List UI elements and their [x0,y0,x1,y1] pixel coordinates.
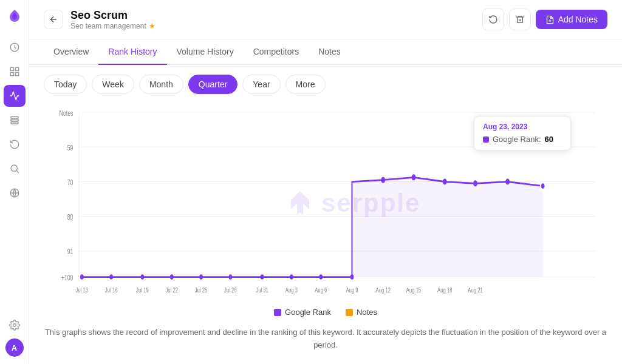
tooltip-dot [483,136,489,143]
back-button[interactable] [44,10,63,29]
sidebar-item-grid[interactable] [4,61,26,83]
legend-google-rank: Google Rank [274,308,331,317]
svg-point-52 [412,174,416,180]
chart-description: This graphs shows the record of improvem… [29,319,622,364]
filter-week[interactable]: Week [92,75,134,94]
svg-text:Aug 18: Aug 18 [437,286,453,294]
svg-point-53 [443,179,447,185]
svg-rect-6 [11,120,18,121]
svg-text:Jul 28: Jul 28 [224,286,237,294]
user-avatar[interactable]: A [5,339,24,357]
filter-more[interactable]: More [285,75,326,94]
svg-point-50 [350,274,354,280]
svg-text:Jul 19: Jul 19 [136,286,149,294]
svg-point-49 [319,274,323,280]
svg-point-42 [109,274,113,280]
svg-text:70: 70 [67,178,73,187]
svg-point-45 [199,274,203,280]
chart-area: serpple Notes 59 70 80 91 +100 [29,104,622,319]
svg-marker-40 [82,177,543,277]
tooltip-label: Google Rank: [493,135,541,144]
svg-text:Aug 6: Aug 6 [315,286,327,294]
tooltip-rank-row: Google Rank: 60 [483,135,562,144]
svg-point-56 [541,183,545,189]
svg-point-47 [261,274,264,280]
main-tabs: Overview Rank History Volume History Com… [29,39,622,65]
filter-month[interactable]: Month [139,75,183,94]
header-actions: Add Notes [482,8,607,30]
filter-today[interactable]: Today [44,75,87,94]
sidebar-item-globe[interactable] [4,182,26,204]
chart-container: serpple Notes 59 70 80 91 +100 [44,104,607,303]
svg-text:Aug 12: Aug 12 [375,286,391,294]
svg-point-10 [13,324,16,327]
header-title-block: Seo Scrum Seo team management ★ [70,9,156,30]
filter-year[interactable]: Year [242,75,280,94]
sidebar-item-dashboard[interactable] [4,36,26,58]
app-logo[interactable] [6,7,23,24]
tooltip-value: 60 [545,135,553,144]
svg-point-46 [229,274,233,280]
main-content: Seo Scrum Seo team management ★ Add Note… [29,0,622,364]
sidebar-item-refresh[interactable] [4,133,26,155]
svg-point-55 [505,179,510,185]
delete-button[interactable] [509,8,531,30]
tab-competitors[interactable]: Competitors [244,39,309,65]
svg-point-43 [141,274,145,280]
svg-point-54 [473,180,477,186]
page-title: Seo Scrum [70,9,156,22]
svg-text:Jul 13: Jul 13 [76,286,89,294]
svg-rect-1 [10,67,13,70]
notes-icon [545,15,555,24]
svg-point-8 [11,165,18,172]
sidebar-item-settings[interactable] [4,314,26,336]
chart-tooltip: Aug 23, 2023 Google Rank: 60 [474,116,571,150]
time-filters: Today Week Month Quarter Year More [29,65,622,104]
header-left: Seo Scrum Seo team management ★ [44,9,156,30]
svg-text:Jul 25: Jul 25 [195,286,208,294]
sidebar-item-chart[interactable] [4,85,26,107]
sidebar: A [0,0,29,364]
svg-text:80: 80 [67,213,73,221]
svg-rect-7 [11,122,18,124]
add-notes-button[interactable]: Add Notes [536,10,607,29]
svg-text:Notes: Notes [60,109,73,117]
svg-rect-2 [15,67,18,70]
tab-notes[interactable]: Notes [309,39,350,65]
refresh-button[interactable] [482,8,504,30]
tab-volume-history[interactable]: Volume History [167,39,244,65]
legend-dot-notes [346,309,353,316]
svg-text:91: 91 [67,248,73,256]
star-icon[interactable]: ★ [149,22,156,30]
tab-overview[interactable]: Overview [44,39,98,65]
svg-text:+100: +100 [61,274,73,282]
page-header: Seo Scrum Seo team management ★ Add Note… [29,0,622,39]
filter-quarter[interactable]: Quarter [188,75,238,94]
sidebar-item-search[interactable] [4,158,26,180]
svg-point-44 [170,274,174,280]
svg-text:Jul 31: Jul 31 [256,286,268,294]
legend-dot-google-rank [274,309,281,316]
legend-notes: Notes [346,308,377,317]
svg-point-51 [381,177,385,183]
page-subtitle: Seo team management ★ [70,22,156,30]
svg-text:Jul 22: Jul 22 [165,286,178,294]
svg-point-41 [80,274,84,280]
svg-rect-4 [15,73,18,76]
svg-rect-3 [10,73,13,76]
tooltip-date: Aug 23, 2023 [483,123,562,131]
svg-text:Aug 9: Aug 9 [346,286,358,294]
sidebar-bottom: A [4,314,26,357]
svg-text:59: 59 [67,143,73,152]
svg-text:Aug 21: Aug 21 [468,286,483,294]
svg-text:Aug 3: Aug 3 [285,286,298,294]
sidebar-item-layers[interactable] [4,109,26,131]
svg-text:Aug 15: Aug 15 [406,286,422,294]
tab-rank-history[interactable]: Rank History [98,39,166,65]
svg-point-48 [290,274,293,280]
chart-legend: Google Rank Notes [44,303,607,319]
svg-text:Jul 16: Jul 16 [105,286,118,294]
svg-rect-5 [11,116,18,118]
